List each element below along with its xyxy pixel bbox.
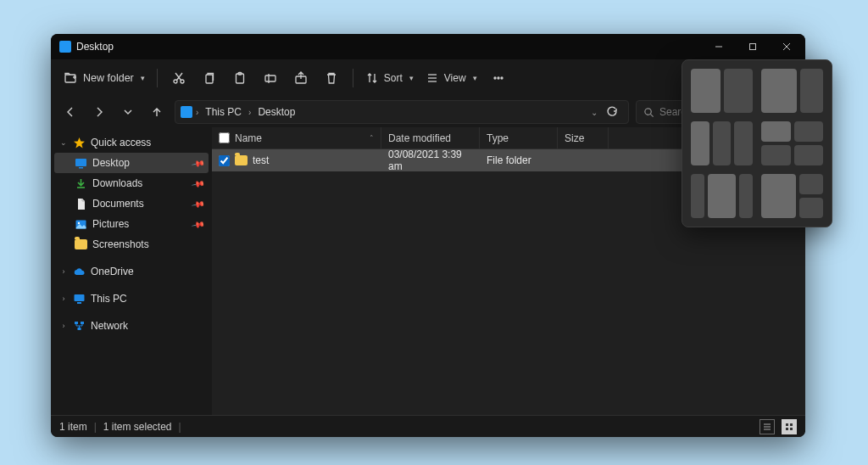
sidebar-item-label: Screenshots	[92, 238, 149, 250]
maximize-button[interactable]	[736, 34, 770, 59]
file-name: test	[253, 154, 269, 166]
sort-label: Sort	[384, 72, 403, 84]
snap-layout-option[interactable]	[761, 121, 823, 165]
svg-rect-32	[75, 322, 78, 324]
chevron-down-icon[interactable]: ⌄	[591, 108, 598, 117]
svg-rect-41	[790, 428, 793, 430]
sidebar-item-downloads[interactable]: Downloads 📌	[54, 173, 209, 193]
share-button[interactable]	[287, 64, 315, 92]
chevron-right-icon: ›	[248, 108, 251, 117]
chevron-down-icon: ▾	[473, 74, 477, 82]
snap-layout-option[interactable]	[691, 69, 753, 113]
download-icon	[75, 177, 87, 190]
snap-layout-option[interactable]	[691, 121, 753, 165]
location-icon	[181, 106, 192, 118]
expand-icon[interactable]: ⌄	[59, 138, 68, 147]
view-label: View	[444, 72, 466, 84]
sort-button[interactable]: Sort ▾	[360, 64, 419, 92]
sidebar-item-label: This PC	[91, 293, 127, 305]
svg-point-23	[645, 108, 651, 114]
sidebar-item-label: Downloads	[92, 177, 142, 189]
column-label: Date modified	[388, 132, 451, 144]
column-name[interactable]: Name ˄	[212, 127, 381, 148]
copy-button[interactable]	[195, 64, 224, 92]
file-type: File folder	[487, 154, 531, 166]
address-bar[interactable]: › This PC › Desktop ⌄	[175, 100, 629, 124]
sidebar-item-label: Quick access	[91, 137, 151, 148]
item-count: 1 item	[59, 421, 87, 433]
sidebar-item-network[interactable]: › Network	[54, 316, 209, 336]
rename-button[interactable]	[256, 64, 285, 92]
desktop-icon	[75, 157, 87, 170]
refresh-button[interactable]	[601, 101, 623, 123]
sidebar-item-screenshots[interactable]: Screenshots	[54, 234, 209, 255]
back-button[interactable]	[59, 101, 81, 123]
sidebar-item-label: Network	[91, 320, 128, 332]
pin-icon: 📌	[192, 176, 205, 190]
column-date[interactable]: Date modified	[381, 127, 480, 148]
file-date: 03/08/2021 3:39 am	[388, 148, 473, 172]
svg-point-20	[494, 77, 496, 79]
svg-rect-33	[81, 322, 84, 324]
svg-point-21	[498, 77, 499, 79]
chevron-down-icon: ▾	[141, 74, 145, 82]
expand-icon[interactable]: ›	[59, 267, 68, 276]
column-size[interactable]: Size	[558, 127, 609, 148]
svg-line-24	[650, 114, 653, 116]
new-folder-button[interactable]: New folder ▾	[59, 64, 150, 92]
breadcrumb[interactable]: Desktop	[254, 104, 298, 120]
up-button[interactable]	[146, 101, 168, 123]
sidebar-item-pictures[interactable]: Pictures 📌	[54, 214, 209, 234]
svg-rect-40	[786, 428, 788, 430]
row-checkbox[interactable]	[219, 155, 230, 166]
svg-rect-30	[75, 294, 85, 301]
svg-point-22	[501, 77, 503, 79]
cut-button[interactable]	[164, 64, 193, 92]
paste-button[interactable]	[225, 64, 254, 92]
delete-button[interactable]	[317, 64, 346, 92]
expand-icon[interactable]: ›	[59, 294, 68, 303]
svg-rect-11	[206, 75, 213, 83]
breadcrumb[interactable]: This PC	[202, 104, 245, 120]
document-icon	[75, 198, 87, 210]
svg-point-29	[78, 221, 80, 223]
close-button[interactable]	[770, 34, 804, 59]
column-type[interactable]: Type	[480, 127, 558, 148]
chevron-right-icon: ›	[196, 108, 198, 117]
snap-layouts-flyout	[682, 59, 832, 227]
column-label: Type	[487, 132, 509, 144]
selected-count: 1 item selected	[103, 421, 172, 433]
more-button[interactable]	[484, 64, 513, 92]
snap-layout-option[interactable]	[761, 69, 823, 113]
titlebar[interactable]: Desktop	[51, 34, 805, 59]
sidebar-item-quick-access[interactable]: ⌄ Quick access	[54, 132, 209, 153]
forward-button[interactable]	[88, 101, 110, 123]
minimize-button[interactable]	[702, 34, 736, 59]
details-view-toggle[interactable]	[760, 419, 775, 434]
window-title: Desktop	[76, 41, 114, 53]
status-bar: 1 item | 1 item selected |	[51, 415, 805, 437]
pin-icon: 📌	[192, 156, 205, 170]
picture-icon	[75, 218, 87, 231]
pc-icon	[73, 293, 86, 305]
sidebar-item-thispc[interactable]: › This PC	[54, 289, 209, 309]
app-icon	[59, 41, 71, 53]
sidebar-item-onedrive[interactable]: › OneDrive	[54, 261, 209, 282]
snap-layout-option[interactable]	[761, 174, 823, 218]
view-button[interactable]: View ▾	[420, 64, 482, 92]
sidebar-item-desktop[interactable]: Desktop 📌	[54, 153, 209, 173]
svg-rect-34	[78, 328, 81, 330]
thumbnails-view-toggle[interactable]	[782, 419, 797, 434]
search-icon	[643, 107, 654, 118]
recent-locations-button[interactable]	[117, 101, 139, 123]
snap-layout-option[interactable]	[691, 174, 753, 218]
sidebar-item-label: Documents	[92, 198, 144, 210]
folder-icon	[235, 154, 248, 167]
svg-rect-39	[790, 423, 793, 426]
sidebar-item-documents[interactable]: Documents 📌	[54, 193, 209, 214]
expand-icon[interactable]: ›	[59, 322, 68, 330]
sidebar-item-label: OneDrive	[91, 266, 134, 277]
svg-point-8	[181, 80, 184, 83]
select-all-checkbox[interactable]	[219, 132, 230, 143]
svg-rect-26	[79, 167, 83, 169]
